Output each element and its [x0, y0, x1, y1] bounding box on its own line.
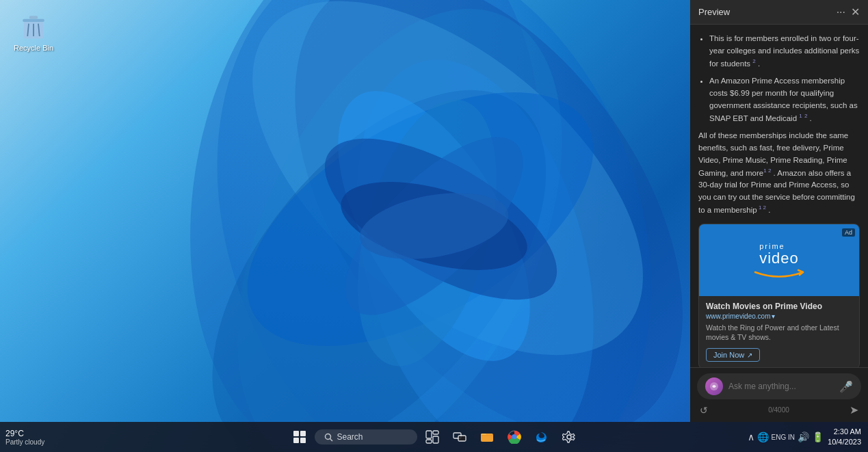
- weather-desc: Partly cloudy: [5, 438, 44, 446]
- char-count: 0/4000: [768, 406, 789, 414]
- taskbar-center: Search: [287, 425, 581, 449]
- para-1-end: .: [766, 206, 770, 214]
- search-bar[interactable]: Search: [315, 429, 417, 444]
- search-label: Search: [337, 432, 363, 442]
- copilot-icon: [709, 381, 720, 392]
- taskbar-right: ∧ 🌐 ENG IN 🔊 🔋 2:30 AM 10/4/2023: [748, 427, 868, 448]
- task-view-button[interactable]: [447, 425, 472, 449]
- ad-label: Ad: [842, 228, 855, 237]
- system-tray: ∧ 🌐 ENG IN 🔊 🔋: [748, 431, 824, 442]
- clock-date: 10/4/2023: [828, 437, 861, 447]
- weather-widget[interactable]: 29°C Partly cloudy: [5, 429, 44, 446]
- refresh-icon[interactable]: ↺: [700, 405, 708, 416]
- volume-icon[interactable]: 🔊: [798, 431, 809, 442]
- ad-url: www.primevideo.com ▾: [706, 313, 852, 320]
- svg-rect-22: [293, 438, 299, 443]
- mic-icon[interactable]: 🎤: [839, 380, 853, 393]
- ad-url-arrow: ▾: [772, 313, 775, 320]
- lang-icon[interactable]: ENG IN: [772, 434, 795, 441]
- ad-url-text: www.primevideo.com: [706, 313, 770, 320]
- recycle-bin-icon[interactable]: Recycle Bin: [14, 12, 53, 52]
- settings-button[interactable]: [557, 425, 581, 449]
- ad-image: Ad prime video: [699, 224, 859, 296]
- bullet-2-period: .: [810, 114, 812, 122]
- ad-card[interactable]: Ad prime video Watch Movies on Prime Vid…: [698, 224, 860, 367]
- svg-rect-20: [293, 431, 299, 436]
- recycle-bin-svg: [19, 12, 48, 41]
- taskbar: 29°C Partly cloudy Search: [0, 422, 868, 452]
- preview-text-block: This is for members enrolled in two or f…: [698, 33, 860, 217]
- preview-title: Preview: [698, 7, 730, 17]
- file-explorer-button[interactable]: [475, 425, 499, 449]
- network-icon[interactable]: 🌐: [757, 431, 769, 442]
- ad-title: Watch Movies on Prime Video: [706, 302, 852, 311]
- more-options-icon[interactable]: ···: [837, 6, 845, 18]
- bullet-1: This is for members enrolled in two or f…: [709, 33, 860, 70]
- chat-input-row: 🎤: [697, 373, 861, 399]
- chrome-button[interactable]: [502, 425, 527, 449]
- bullet-2-sup1: 1: [799, 113, 802, 119]
- preview-content: This is for members enrolled in two or f…: [690, 25, 868, 367]
- bullet-1-text: This is for members enrolled in two or f…: [709, 34, 859, 67]
- svg-rect-23: [300, 438, 306, 443]
- svg-point-35: [512, 435, 516, 439]
- chat-area: 🎤 ↺ 0/4000 ➤: [690, 367, 868, 422]
- battery-icon[interactable]: 🔋: [812, 431, 824, 442]
- paragraph-1: All of these memberships include the sam…: [698, 130, 860, 216]
- svg-point-36: [567, 435, 571, 439]
- search-icon: [324, 433, 333, 442]
- preview-header-icons: ··· ✕: [837, 5, 860, 18]
- system-clock[interactable]: 2:30 AM 10/4/2023: [828, 427, 861, 448]
- join-now-button[interactable]: Join Now ↗: [706, 348, 760, 362]
- edge-button[interactable]: [529, 425, 554, 449]
- preview-panel: Preview ··· ✕ This is for members enroll…: [690, 0, 868, 422]
- join-now-label: Join Now: [713, 351, 744, 359]
- chat-input[interactable]: [728, 382, 834, 391]
- bullet-1-sup: 2: [752, 58, 755, 64]
- svg-rect-26: [426, 431, 432, 438]
- svg-line-25: [330, 438, 332, 441]
- svg-rect-27: [433, 431, 438, 434]
- svg-rect-28: [433, 436, 438, 443]
- ad-body: Watch Movies on Prime Video www.primevid…: [699, 296, 859, 367]
- bullet-1-period: .: [758, 59, 760, 67]
- video-text: video: [759, 251, 799, 266]
- weather-temp: 29°C: [5, 429, 24, 438]
- svg-rect-16: [29, 16, 38, 18]
- chat-bottom-row: ↺ 0/4000 ➤: [697, 403, 861, 416]
- bullet-2: An Amazon Prime Access membership costs …: [709, 75, 860, 124]
- svg-rect-29: [426, 440, 432, 443]
- taskbar-left: 29°C Partly cloudy: [0, 429, 47, 446]
- recycle-bin-label: Recycle Bin: [14, 44, 53, 52]
- clock-time: 2:30 AM: [828, 427, 861, 437]
- prime-text: prime: [759, 242, 785, 250]
- bullet-2-sup2: 2: [804, 113, 807, 119]
- amazon-arrow-svg: [752, 269, 806, 278]
- external-link-icon: ↗: [747, 351, 752, 359]
- up-arrow-icon[interactable]: ∧: [748, 431, 754, 442]
- widgets-button[interactable]: [420, 425, 445, 449]
- bullet-2-text: An Amazon Prime Access membership costs …: [709, 77, 858, 122]
- close-icon[interactable]: ✕: [851, 5, 860, 18]
- svg-rect-21: [300, 431, 306, 436]
- preview-header: Preview ··· ✕: [690, 0, 868, 25]
- para-1-sup4: 2: [761, 204, 766, 211]
- send-icon[interactable]: ➤: [850, 403, 858, 416]
- ad-description: Watch the Ring of Power and other Latest…: [706, 323, 852, 343]
- start-button[interactable]: [287, 425, 312, 449]
- svg-rect-15: [23, 19, 44, 22]
- chat-avatar: [705, 377, 723, 395]
- svg-point-24: [325, 434, 330, 439]
- svg-rect-31: [458, 436, 466, 441]
- prime-video-logo: prime video: [752, 242, 806, 278]
